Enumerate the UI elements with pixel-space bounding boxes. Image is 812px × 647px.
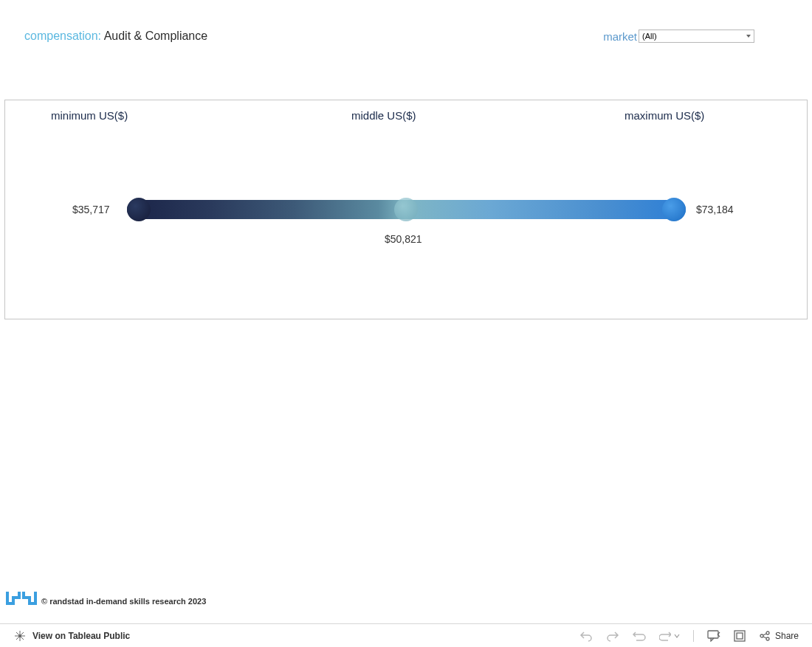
undo-button[interactable] bbox=[579, 630, 593, 642]
col-header-mid: middle US($) bbox=[351, 109, 416, 122]
mid-marker[interactable] bbox=[394, 198, 418, 221]
max-value: $73,184 bbox=[696, 204, 734, 215]
market-dropdown[interactable]: (All) bbox=[639, 30, 754, 43]
fullscreen-icon bbox=[734, 630, 746, 642]
undo-icon bbox=[579, 630, 593, 642]
market-label: market bbox=[603, 30, 637, 43]
share-icon bbox=[759, 630, 771, 642]
randstad-logo-icon bbox=[6, 590, 37, 606]
svg-point-8 bbox=[760, 634, 763, 637]
chevron-down-icon bbox=[746, 35, 751, 38]
svg-rect-6 bbox=[734, 631, 745, 641]
col-header-max: maximum US($) bbox=[625, 109, 704, 122]
view-on-tableau-label: View on Tableau Public bbox=[32, 631, 130, 641]
redo-button[interactable] bbox=[606, 630, 619, 642]
comment-icon bbox=[707, 630, 720, 642]
max-marker[interactable] bbox=[662, 198, 686, 221]
market-selected-value: (All) bbox=[642, 32, 657, 41]
svg-line-12 bbox=[763, 637, 766, 638]
mid-value: $50,821 bbox=[385, 233, 422, 245]
col-header-min: minimum US($) bbox=[51, 109, 128, 122]
min-value: $35,717 bbox=[72, 204, 110, 215]
share-label: Share bbox=[775, 631, 799, 641]
chevron-down-icon bbox=[674, 630, 680, 642]
fullscreen-button[interactable] bbox=[734, 630, 746, 642]
view-on-tableau-button[interactable]: View on Tableau Public bbox=[13, 629, 130, 643]
svg-rect-5 bbox=[708, 631, 718, 638]
tableau-toolbar: View on Tableau Public bbox=[0, 623, 812, 647]
revert-icon bbox=[633, 630, 646, 642]
svg-point-10 bbox=[766, 637, 769, 640]
tableau-logo-icon bbox=[13, 629, 27, 643]
page-title: compensation: Audit & Compliance bbox=[24, 30, 207, 43]
revert-button[interactable] bbox=[633, 630, 646, 642]
copyright-text: © randstad in-demand skills research 202… bbox=[41, 597, 206, 606]
refresh-icon bbox=[659, 630, 671, 642]
title-value: Audit & Compliance bbox=[104, 30, 208, 42]
share-button[interactable]: Share bbox=[759, 630, 799, 642]
svg-line-11 bbox=[763, 634, 766, 635]
header-bar: compensation: Audit & Compliance market … bbox=[24, 30, 754, 43]
toolbar-separator bbox=[693, 630, 694, 642]
redo-icon bbox=[606, 630, 619, 642]
title-label: compensation: bbox=[24, 30, 104, 42]
refresh-button[interactable] bbox=[659, 630, 680, 642]
min-marker[interactable] bbox=[127, 198, 151, 221]
svg-rect-7 bbox=[737, 633, 743, 639]
comment-button[interactable] bbox=[707, 630, 720, 642]
toolbar-actions: Share bbox=[579, 630, 799, 642]
svg-point-4 bbox=[19, 634, 21, 637]
footer: © randstad in-demand skills research 202… bbox=[6, 590, 206, 606]
svg-point-9 bbox=[766, 632, 769, 634]
market-filter: market (All) bbox=[603, 30, 754, 43]
